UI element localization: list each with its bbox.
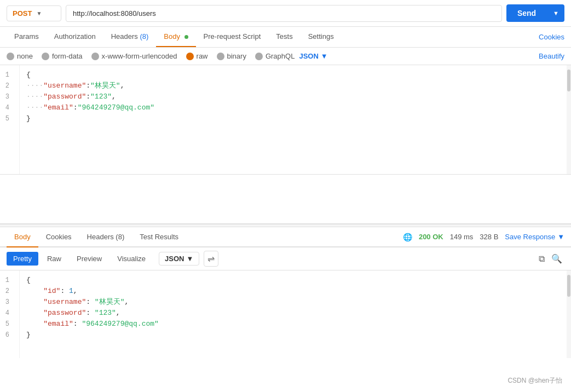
resp-tab-headers[interactable]: Headers (8) [79,227,132,247]
radio-binary-circle [217,53,224,60]
resp-line-1: { [26,275,560,286]
tab-tests[interactable]: Tests [268,27,300,47]
response-meta: 🌐 200 OK 149 ms 328 B Save Response ▼ [403,233,564,241]
req-line-3: ····"password":"123", [26,91,560,102]
tab-body[interactable]: Body [156,27,195,47]
req-line-1: { [26,70,560,80]
request-line-numbers: 1 2 3 4 5 [0,65,20,174]
request-body-content[interactable]: { ····"username":"林昊天", ····"password":"… [20,65,567,174]
tab-pre-request[interactable]: Pre-request Script [196,27,269,47]
view-tab-pretty[interactable]: Pretty [7,252,38,266]
response-tabs-bar: Body Cookies Headers (8) Test Results 🌐 … [0,227,571,247]
radio-graphql[interactable]: GraphQL [255,52,295,60]
resp-tab-cookies[interactable]: Cookies [38,227,79,247]
copy-icon[interactable]: ⧉ [537,252,547,266]
resp-json-chevron-icon: ▼ [186,255,193,263]
response-status: 200 OK [419,233,443,241]
response-body-area[interactable]: 1 2 3 4 5 6 { "id": 1, "username": "林昊天"… [0,270,571,358]
resp-line-4: "password": "123", [26,308,560,319]
response-scrollbar[interactable] [567,270,571,358]
radio-binary[interactable]: binary [217,52,246,60]
save-response-chevron-icon: ▼ [557,233,564,241]
response-time: 149 ms [450,233,474,241]
response-scrollbar-thumb[interactable] [567,275,570,297]
tab-headers[interactable]: Headers (8) [103,27,157,47]
resp-line-2: "id": 1, [26,286,560,297]
radio-graphql-circle [255,53,263,60]
radio-raw-circle [186,53,194,60]
response-view-bar: Pretty Raw Preview Visualize JSON ▼ ⇌ ⧉ … [0,247,571,270]
view-tab-visualize[interactable]: Visualize [111,252,152,266]
tab-settings[interactable]: Settings [301,27,342,47]
method-chevron-icon: ▼ [36,10,42,16]
word-wrap-icon[interactable]: ⇌ [204,251,218,267]
json-dropdown-icon: ▼ [321,52,328,60]
req-line-4: ····"email":"964249279@qq.com" [26,102,560,113]
top-bar: POST ▼ Send ▼ [0,0,571,27]
radio-none[interactable]: none [7,52,33,60]
search-icon[interactable]: 🔍 [549,251,564,266]
send-button[interactable]: Send ▼ [506,4,564,22]
send-label: Send [506,4,547,22]
method-selector[interactable]: POST ▼ [7,5,61,21]
radio-urlencoded-circle [91,53,99,60]
send-dropdown-icon[interactable]: ▼ [547,5,564,21]
tab-authorization[interactable]: Authorization [47,27,103,47]
resp-line-6: } [26,330,560,341]
body-type-bar: none form-data x-www-form-urlencoded raw… [0,48,571,65]
req-line-2: ····"username":"林昊天", [26,80,560,91]
request-scrollbar[interactable] [567,65,571,174]
resp-tab-body[interactable]: Body [7,227,38,247]
view-tab-preview[interactable]: Preview [70,252,108,266]
json-format-dropdown[interactable]: JSON ▼ [299,52,327,60]
resp-line-3: "username": "林昊天", [26,297,560,308]
resp-tab-test-results[interactable]: Test Results [132,227,186,247]
empty-space [0,175,571,224]
view-tab-raw[interactable]: Raw [41,252,68,266]
request-scrollbar-thumb[interactable] [567,70,570,91]
resp-json-format-dropdown[interactable]: JSON ▼ [159,252,199,266]
url-input[interactable] [66,5,502,22]
radio-urlencoded[interactable]: x-www-form-urlencoded [91,52,177,60]
globe-icon: 🌐 [403,233,412,241]
request-tabs-bar: Params Authorization Headers (8) Body Pr… [0,27,571,48]
beautify-button[interactable]: Beautify [539,52,564,60]
radio-form-data-circle [42,53,49,60]
radio-form-data[interactable]: form-data [42,52,83,60]
cookies-link[interactable]: Cookies [539,33,564,41]
tab-params[interactable]: Params [7,27,47,47]
response-line-numbers: 1 2 3 4 5 6 [0,270,20,358]
resp-line-5: "email": "964249279@qq.com" [26,319,560,330]
response-body-content: { "id": 1, "username": "林昊天", "password"… [20,270,567,358]
radio-none-circle [7,53,14,60]
method-label: POST [13,9,32,18]
req-line-5: } [26,113,560,124]
request-body-editor[interactable]: 1 2 3 4 5 { ····"username":"林昊天", ····"p… [0,65,571,175]
response-size: 328 B [480,233,498,241]
save-response-button[interactable]: Save Response ▼ [505,233,564,241]
radio-raw[interactable]: raw [186,52,208,60]
